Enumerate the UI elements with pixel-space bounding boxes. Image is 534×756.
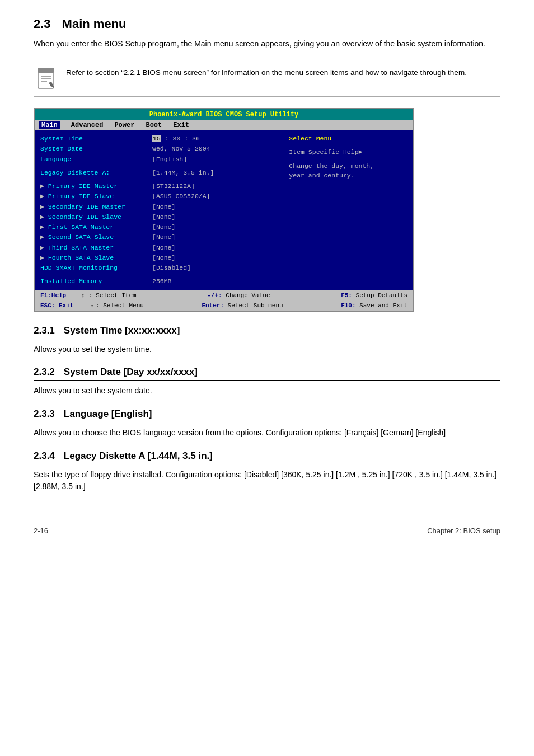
bios-value-installed-memory: 256MB xyxy=(152,276,172,286)
bios-screen: Phoenix-Award BIOS CMOS Setup Utility Ma… xyxy=(34,108,414,312)
bios-value-secondary-ide-slave: [None] xyxy=(152,212,175,222)
subsection-2-3-4-text: Sets the type of floppy drive installed.… xyxy=(34,469,500,493)
bios-label-fourth-sata-slave: Fourth SATA Slave xyxy=(40,253,152,262)
bios-footer-left: F1:Help ↕ : Select Item xyxy=(40,292,137,299)
bios-footer-change-value: Change Value xyxy=(226,292,270,299)
bios-value-third-sata-master: [None] xyxy=(152,243,175,252)
bios-label-language: Language xyxy=(40,154,152,164)
main-section-title: 2.3Main menu xyxy=(34,17,500,31)
bios-key-f10: F10: xyxy=(341,302,355,309)
bios-value-secondary-ide-master: [None] xyxy=(152,202,175,212)
bios-label-primary-ide-slave: Primary IDE Slave xyxy=(40,191,152,201)
subsection-2-3-2: 2.3.2System Date [Day xx/xx/xxxx] Allows… xyxy=(34,367,500,397)
bios-value-primary-ide-slave: [ASUS CDS520/A] xyxy=(152,191,210,201)
subsection-2-3-3-title: 2.3.3Language [English] xyxy=(34,408,500,422)
bios-footer: F1:Help ↕ : Select Item -/+: Change Valu… xyxy=(35,290,413,300)
bios-row-system-time: System Time 15 : 30 : 36 xyxy=(40,134,277,143)
bios-value-primary-ide-master: [ST321122A] xyxy=(152,181,195,191)
bios-label-second-sata-slave: Second SATA Slave xyxy=(40,232,152,242)
subsection-2-3-1-text: Allows you to set the system time. xyxy=(34,344,500,356)
subsection-2-3-4: 2.3.4Legacy Diskette A [1.44M, 3.5 in.] … xyxy=(34,450,500,493)
section-number: 2.3 xyxy=(34,17,51,31)
bios-key-f5: F5: xyxy=(341,292,352,299)
bios-label-primary-ide-master: Primary IDE Master xyxy=(40,181,152,191)
bios-label-first-sata-master: First SATA Master xyxy=(40,222,152,232)
bios-footer2-select-submenu: Select Sub-menu xyxy=(228,302,283,309)
bios-title-bar: Phoenix-Award BIOS CMOS Setup Utility xyxy=(35,109,413,120)
bios-row-secondary-ide-master: Secondary IDE Master [None] xyxy=(40,202,277,212)
bios-value-system-time: 15 : 30 : 36 xyxy=(152,134,200,143)
bios-key-enter: Enter: xyxy=(202,302,224,309)
bios-footer2-right: F10: Save and Exit xyxy=(341,302,407,309)
bios-label-system-time: System Time xyxy=(40,134,152,143)
subsection-2-3-4-title: 2.3.4Legacy Diskette A [1.44M, 3.5 in.] xyxy=(34,450,500,464)
svg-marker-6 xyxy=(49,82,54,87)
bios-value-second-sata-slave: [None] xyxy=(152,232,175,242)
bios-footer-setup-defaults: Setup Defaults xyxy=(356,292,407,299)
bios-value-system-date: Wed, Nov 5 2004 xyxy=(152,144,210,153)
bios-row-hdd-smart: HDD SMART Monitoring [Disabled] xyxy=(40,263,277,273)
bios-footer-right: F5: Setup Defaults xyxy=(341,292,407,299)
section-title-text: Main menu xyxy=(62,17,127,31)
bios-help-panel: Select Menu Item Specific Help► Change t… xyxy=(283,130,413,290)
bios-label-secondary-ide-master: Secondary IDE Master xyxy=(40,202,152,212)
bios-footer2-save-exit: Save and Exit xyxy=(359,302,407,309)
bios-row-third-sata-master: Third SATA Master [None] xyxy=(40,243,277,252)
note-icon xyxy=(34,66,58,91)
bios-label-system-date: System Date xyxy=(40,144,152,153)
note-text: Refer to section “2.2.1 BIOS menu screen… xyxy=(66,66,467,78)
subsection-2-3-2-text: Allows you to set the system date. xyxy=(34,385,500,397)
bios-key-change: -/+: xyxy=(207,292,222,299)
bios-label-installed-memory: Installed Memory xyxy=(40,276,152,286)
bios-menu-boot[interactable]: Boot xyxy=(146,121,162,129)
bios-menu-advanced[interactable]: Advanced xyxy=(71,121,104,129)
bios-row-installed-memory: Installed Memory 256MB xyxy=(40,276,277,286)
subsection-2-3-1-title: 2.3.1System Time [xx:xx:xxxx] xyxy=(34,325,500,339)
bios-value-fourth-sata-slave: [None] xyxy=(152,253,175,262)
bios-footer-center: -/+: Change Value xyxy=(207,292,270,299)
bios-row-primary-ide-slave: Primary IDE Slave [ASUS CDS520/A] xyxy=(40,191,277,201)
bios-row-primary-ide-master: Primary IDE Master [ST321122A] xyxy=(40,181,277,191)
bios-row-second-sata-slave: Second SATA Slave [None] xyxy=(40,232,277,242)
bios-value-language: [English] xyxy=(152,154,187,164)
bios-help-description: Change the day, month,year and century. xyxy=(289,161,407,181)
subsection-2-3-3: 2.3.3Language [English] Allows you to ch… xyxy=(34,408,500,439)
bios-footer2-left: ESC: Exit →←: Select Menu xyxy=(40,302,144,309)
bios-footer2-center: Enter: Select Sub-menu xyxy=(202,302,283,309)
bios-label-third-sata-master: Third SATA Master xyxy=(40,243,152,252)
bios-row-language: Language [English] xyxy=(40,154,277,164)
subsection-2-3-2-title: 2.3.2System Date [Day xx/xx/xxxx] xyxy=(34,367,500,381)
svg-rect-1 xyxy=(38,68,54,73)
bios-label-legacy-diskette: Legacy Diskette A: xyxy=(40,168,152,177)
bios-key-esc: ESC: Exit xyxy=(40,302,73,309)
bios-footer-select-item: ↕ : Select Item xyxy=(70,292,137,299)
bios-help-select-menu: Select Menu xyxy=(289,134,407,144)
bios-key-f1: F1:Help xyxy=(40,292,66,299)
bios-row-first-sata-master: First SATA Master [None] xyxy=(40,222,277,232)
bios-menu-exit[interactable]: Exit xyxy=(173,121,189,129)
bios-row-system-date: System Date Wed, Nov 5 2004 xyxy=(40,144,277,153)
bios-value-legacy-diskette: [1.44M, 3.5 in.] xyxy=(152,168,214,177)
bios-row-fourth-sata-slave: Fourth SATA Slave [None] xyxy=(40,253,277,262)
bios-label-secondary-ide-slave: Secondary IDE Slave xyxy=(40,212,152,222)
bios-menu-main[interactable]: Main xyxy=(39,121,60,129)
bios-row-legacy-diskette: Legacy Diskette A: [1.44M, 3.5 in.] xyxy=(40,168,277,177)
bios-value-first-sata-master: [None] xyxy=(152,222,175,232)
bios-row-secondary-ide-slave: Secondary IDE Slave [None] xyxy=(40,212,277,222)
bios-footer-2: ESC: Exit →←: Select Menu Enter: Select … xyxy=(35,300,413,311)
intro-paragraph: When you enter the BIOS Setup program, t… xyxy=(34,38,500,50)
bios-menu-bar: Main Advanced Power Boot Exit xyxy=(35,120,413,130)
bios-main-panel: System Time 15 : 30 : 36 System Date Wed… xyxy=(35,130,283,290)
bios-body: System Time 15 : 30 : 36 System Date Wed… xyxy=(35,130,413,290)
bios-menu-power[interactable]: Power xyxy=(114,121,134,129)
bios-footer2-select-menu: →←: Select Menu xyxy=(77,302,144,309)
bios-label-hdd-smart: HDD SMART Monitoring xyxy=(40,263,152,273)
chapter-label: Chapter 2: BIOS setup xyxy=(427,527,500,535)
page-footer: 2-16 Chapter 2: BIOS setup xyxy=(34,527,500,535)
subsection-2-3-3-text: Allows you to choose the BIOS language v… xyxy=(34,427,500,439)
subsection-2-3-1: 2.3.1System Time [xx:xx:xxxx] Allows you… xyxy=(34,325,500,356)
bios-help-item-specific: Item Specific Help► xyxy=(289,147,407,157)
bios-value-hdd-smart: [Disabled] xyxy=(152,263,191,273)
note-box: Refer to section “2.2.1 BIOS menu screen… xyxy=(34,60,500,97)
page-number: 2-16 xyxy=(34,527,48,535)
